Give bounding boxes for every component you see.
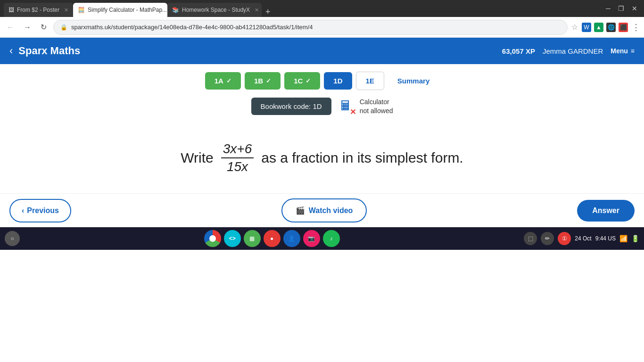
tab-studyx[interactable]: 📚 Homework Space - StudyX ✕: [167, 3, 262, 17]
new-tab-button[interactable]: +: [262, 7, 274, 17]
previous-button[interactable]: ‹ Previous: [9, 199, 71, 222]
tab-1a[interactable]: 1A ✓: [205, 72, 241, 90]
tab-summary[interactable]: Summary: [388, 72, 439, 90]
hamburger-icon: ≡: [631, 47, 635, 55]
denominator-text: 15x: [227, 159, 248, 174]
maximize-button[interactable]: ❐: [615, 4, 627, 13]
tab-1e-label: 1E: [366, 77, 374, 85]
question-text: Write 3x+6 15x as a fraction in its simp…: [181, 141, 463, 174]
username-display: Jemma GARDNER: [543, 47, 603, 55]
url-text: sparxmaths.uk/student/package/14e08eda-d…: [71, 24, 313, 31]
content-area: 1A ✓ 1B ✓ 1C ✓ 1D 1E Summary Bookwork co…: [0, 64, 644, 227]
calculator-icon-wrap: 🖩 ✕: [339, 98, 356, 115]
tab-icon-calc: 🧮: [78, 7, 85, 13]
watch-video-label: Watch video: [309, 206, 353, 215]
taskbar-right: ⬚ ✏ ① 24 Oct 9:44 US 📶 🔋: [524, 232, 639, 245]
previous-label: Previous: [27, 206, 59, 215]
tab-1a-check: ✓: [226, 77, 231, 84]
watch-video-button[interactable]: 🎬 Watch video: [281, 198, 367, 222]
tab-calculator[interactable]: 🧮 Simplify Calculator - MathPap... ✕: [73, 3, 167, 17]
battery-icon: 🔋: [631, 235, 639, 242]
ext-icon-3[interactable]: 🌐: [606, 23, 616, 32]
window-controls: ─ ❐ ✕: [603, 4, 640, 13]
pen-icon[interactable]: ✏: [541, 232, 554, 245]
taskbar-app-chrome[interactable]: [204, 230, 221, 247]
question-suffix: as a fraction in its simplest form.: [261, 150, 463, 166]
menu-label: Menu: [611, 47, 628, 55]
tab-1c[interactable]: 1C ✓: [284, 72, 320, 90]
browser-tabs: 🖼 From $2 - Poster ✕ 🧮 Simplify Calculat…: [4, 0, 597, 17]
browser-menu-button[interactable]: ⋮: [632, 22, 640, 33]
taskbar-date: 24 Oct: [575, 235, 591, 242]
header-right: 63,057 XP Jemma GARDNER Menu ≡: [502, 47, 635, 55]
numerator-text: 3x+6: [223, 141, 252, 156]
tab-1d-label: 1D: [333, 77, 342, 85]
lock-icon: 🔒: [60, 24, 67, 31]
screenshot-icon[interactable]: ⬚: [524, 232, 537, 245]
browser-titlebar: 🖼 From $2 - Poster ✕ 🧮 Simplify Calculat…: [0, 0, 644, 17]
tab-close-poster[interactable]: ✕: [64, 7, 68, 13]
calculator-x-mark: ✕: [349, 108, 357, 116]
tab-1a-label: 1A: [215, 77, 223, 85]
taskbar-circle-icon[interactable]: ○: [5, 231, 20, 246]
answer-button[interactable]: Answer: [577, 200, 635, 222]
tab-icon-studyx: 📚: [172, 7, 179, 13]
taskbar-app-code[interactable]: <>: [224, 230, 241, 247]
prev-chevron-icon: ‹: [22, 206, 24, 215]
answer-label: Answer: [592, 206, 619, 214]
xp-display: 63,057 XP: [502, 47, 535, 55]
tab-label-studyx: Homework Space - StudyX: [182, 7, 250, 13]
notification-icon[interactable]: ①: [558, 232, 571, 245]
question-area: Write 3x+6 15x as a fraction in its simp…: [0, 123, 644, 193]
fraction-numerator: 3x+6: [221, 141, 254, 158]
taskbar-time: 9:44 US: [595, 235, 616, 242]
reload-button[interactable]: ↻: [38, 21, 50, 33]
calculator-not-allowed-text: Calculator not allowed: [360, 98, 393, 115]
bookwork-row: Bookwork code: 1D 🖩 ✕ Calculator not all…: [0, 98, 644, 123]
menu-button[interactable]: Menu ≡: [611, 47, 635, 55]
back-button[interactable]: ‹: [9, 45, 13, 57]
bottom-bar: ‹ Previous 🎬 Watch video Answer: [0, 193, 644, 227]
fraction-display: 3x+6 15x: [221, 141, 254, 174]
video-camera-icon: 🎬: [296, 206, 305, 215]
tab-1c-check: ✓: [305, 77, 311, 84]
wifi-icon: 📶: [619, 235, 627, 242]
taskbar: ○ <> ▦ ● 👤 📷 ♪ ⬚ ✏ ① 24 Oct 9:44 US 📶 🔋: [0, 227, 644, 250]
ext-icon-1[interactable]: W: [582, 23, 591, 32]
tab-summary-label: Summary: [397, 77, 429, 85]
tab-1b-check: ✓: [266, 77, 271, 84]
tab-1b[interactable]: 1B ✓: [245, 72, 281, 90]
fraction-denominator: 15x: [225, 158, 250, 174]
taskbar-app-camera[interactable]: 📷: [303, 230, 320, 247]
task-tabs-row: 1A ✓ 1B ✓ 1C ✓ 1D 1E Summary: [0, 64, 644, 98]
tab-label-poster: From $2 - Poster: [17, 7, 59, 13]
taskbar-app-red[interactable]: ●: [264, 230, 281, 247]
taskbar-app-spotify[interactable]: ♪: [323, 230, 340, 247]
back-nav-button[interactable]: ←: [4, 21, 17, 33]
taskbar-left: ○: [5, 231, 20, 246]
tab-1c-label: 1C: [294, 77, 303, 85]
tab-1d[interactable]: 1D: [324, 72, 352, 90]
tab-label-calc: Simplify Calculator - MathPap...: [88, 7, 167, 13]
extension-icons: W ▲ 🌐 ⬛: [582, 23, 628, 32]
address-bar: ← → ↻ 🔒 sparxmaths.uk/student/package/14…: [0, 17, 644, 38]
tab-poster[interactable]: 🖼 From $2 - Poster ✕: [4, 3, 73, 17]
taskbar-app-people[interactable]: 👤: [283, 230, 300, 247]
tab-1e[interactable]: 1E: [356, 72, 384, 90]
address-bar-input[interactable]: 🔒 sparxmaths.uk/student/package/14e08eda…: [53, 20, 568, 35]
bookwork-badge: Bookwork code: 1D: [251, 98, 331, 115]
close-window-button[interactable]: ✕: [629, 4, 640, 13]
tab-1b-label: 1B: [254, 77, 263, 85]
ext-icon-4[interactable]: ⬛: [619, 23, 628, 32]
calculator-indicator: 🖩 ✕ Calculator not allowed: [339, 98, 393, 115]
ext-icon-2[interactable]: ▲: [594, 23, 603, 32]
app-header: ‹ Sparx Maths 63,057 XP Jemma GARDNER Me…: [0, 38, 644, 64]
tab-close-studyx[interactable]: ✕: [255, 7, 259, 13]
question-prefix: Write: [181, 150, 213, 166]
taskbar-center: <> ▦ ● 👤 📷 ♪: [24, 230, 520, 247]
minimize-button[interactable]: ─: [603, 4, 613, 13]
forward-nav-button[interactable]: →: [21, 21, 34, 33]
taskbar-app-meet[interactable]: ▦: [244, 230, 261, 247]
app-logo: Sparx Maths: [18, 45, 502, 57]
bookmark-button[interactable]: ☆: [571, 23, 578, 32]
